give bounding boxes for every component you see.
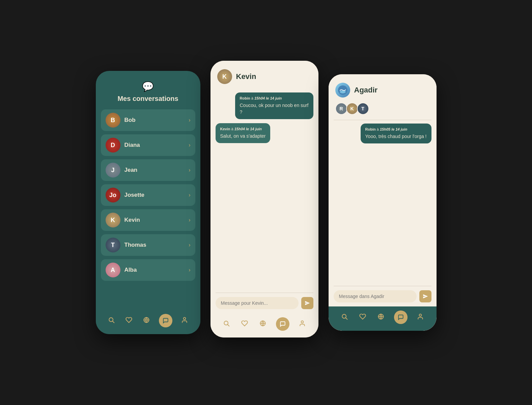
message-robin-1: Robin à 15h04 le 14 juin Coucou, ok pour…	[235, 92, 313, 119]
message-text-robin-agadir: Yooo, très chaud pour l'orga !	[365, 133, 427, 140]
contact-name-jean: Jean	[124, 167, 189, 173]
message-meta-robin: Robin à 15h04 le 14 juin	[240, 96, 309, 101]
scene: 💬 Mes conversations B Bob › D Diana › J …	[96, 68, 437, 338]
contacts-list: B Bob › D Diana › J Jean › Jo Josette ›	[96, 108, 200, 310]
contact-item-diana[interactable]: D Diana ›	[101, 134, 195, 156]
agadir-send-button[interactable]	[419, 290, 431, 302]
phone-conversations: 💬 Mes conversations B Bob › D Diana › J …	[96, 71, 200, 334]
contact-name-diana: Diana	[124, 142, 189, 148]
svg-point-13	[419, 314, 422, 316]
globe-nav-icon[interactable]	[141, 315, 152, 327]
middle-bottom-nav	[211, 313, 318, 338]
search-nav-icon-right[interactable]	[339, 311, 350, 324]
chevron-icon: ›	[189, 117, 190, 123]
agadir-group-icon	[335, 83, 350, 98]
contact-item-josette[interactable]: Jo Josette ›	[101, 184, 195, 206]
chevron-icon: ›	[189, 267, 190, 273]
message-robin-agadir: Robin à 15h05 le 14 juin Yooo, très chau…	[361, 124, 431, 143]
agadir-input-area	[329, 286, 437, 306]
group-avatars: R K T	[329, 103, 437, 120]
conversations-title: Mes conversations	[117, 95, 178, 103]
message-meta-kevin: Kevin à 15h04 le 14 juin	[220, 127, 266, 132]
agadir-messages-area: Robin à 15h05 le 14 juin Yooo, très chau…	[329, 120, 437, 286]
contact-item-thomas[interactable]: T Thomas ›	[101, 234, 195, 256]
kevin-message-input[interactable]	[216, 297, 299, 309]
phone-agadir-chat: Agadir R K T Robin à 15h05 le 14 juin Yo…	[329, 74, 437, 331]
group-member-kevin: K	[346, 103, 358, 115]
person-nav-icon[interactable]	[179, 315, 190, 327]
chevron-icon: ›	[189, 242, 190, 248]
globe-nav-icon-right[interactable]	[375, 311, 386, 324]
message-text-robin: Coucou, ok pour un noob en surf ?	[240, 102, 309, 115]
avatar-thomas: T	[106, 238, 120, 252]
kevin-avatar: K	[217, 69, 232, 84]
heart-nav-icon-mid[interactable]	[239, 318, 250, 330]
contact-item-alba[interactable]: A Alba ›	[101, 259, 195, 281]
svg-line-5	[227, 324, 229, 326]
svg-line-1	[112, 321, 114, 323]
message-meta-robin-agadir: Robin à 15h05 le 14 juin	[365, 127, 427, 132]
avatar-diana: D	[106, 138, 120, 153]
chevron-icon: ›	[189, 142, 190, 148]
contact-name-thomas: Thomas	[124, 242, 189, 248]
group-member-thomas: T	[357, 103, 369, 115]
right-bottom-nav	[329, 306, 437, 331]
svg-line-11	[345, 318, 347, 319]
kevin-send-button[interactable]	[301, 297, 313, 309]
person-nav-icon-right[interactable]	[415, 311, 426, 324]
chat-nav-icon-mid[interactable]	[276, 317, 289, 331]
contact-name-bob: Bob	[124, 117, 189, 124]
person-nav-icon-mid[interactable]	[297, 318, 308, 330]
svg-point-3	[184, 317, 186, 320]
chevron-icon: ›	[189, 192, 190, 198]
search-nav-icon[interactable]	[106, 315, 117, 327]
heart-nav-icon[interactable]	[123, 315, 134, 327]
svg-point-9	[340, 90, 346, 93]
chat-icon: 💬	[142, 81, 154, 92]
message-kevin-1: Kevin à 15h04 le 14 juin Salut, on va s'…	[216, 123, 271, 143]
kevin-chat-header: K Kevin	[211, 61, 318, 89]
agadir-name: Agadir	[354, 86, 378, 94]
globe-nav-icon-mid[interactable]	[257, 318, 268, 330]
chat-nav-icon-right[interactable]	[394, 310, 408, 324]
avatar-josette: Jo	[106, 188, 120, 202]
contact-name-kevin: Kevin	[124, 217, 189, 223]
kevin-name: Kevin	[236, 72, 256, 81]
contact-item-kevin[interactable]: K Kevin ›	[101, 209, 195, 231]
conversations-header: 💬 Mes conversations	[96, 71, 200, 108]
kevin-messages-area: Robin à 15h04 le 14 juin Coucou, ok pour…	[211, 89, 318, 293]
agadir-message-input[interactable]	[334, 290, 417, 302]
agadir-header: Agadir	[329, 74, 437, 103]
search-nav-icon-mid[interactable]	[221, 318, 232, 330]
avatar-alba: A	[106, 263, 120, 277]
message-text-kevin: Salut, on va s'adapter	[220, 133, 266, 140]
chevron-icon: ›	[189, 167, 190, 173]
contact-name-alba: Alba	[124, 267, 189, 273]
group-member-robin: R	[335, 103, 347, 115]
chat-nav-icon[interactable]	[159, 314, 172, 327]
avatar-jean: J	[106, 163, 120, 178]
contact-item-bob[interactable]: B Bob ›	[101, 109, 195, 131]
svg-point-7	[301, 321, 304, 323]
avatar-bob: B	[106, 113, 120, 128]
contact-name-josette: Josette	[124, 192, 189, 198]
kevin-input-area	[211, 293, 318, 313]
contact-item-jean[interactable]: J Jean ›	[101, 159, 195, 181]
chevron-icon: ›	[189, 217, 190, 223]
avatar-kevin: K	[106, 213, 120, 227]
heart-nav-icon-right[interactable]	[357, 311, 368, 324]
phone-kevin-chat: K Kevin Robin à 15h04 le 14 juin Coucou,…	[211, 61, 318, 338]
left-bottom-nav	[96, 310, 200, 334]
